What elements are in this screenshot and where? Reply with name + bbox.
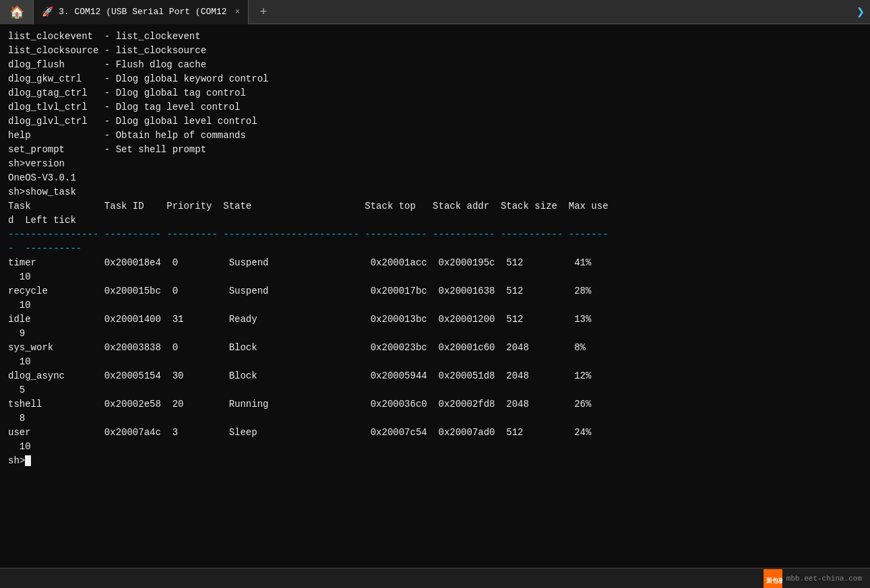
terminal-line: d Left tick [8,214,862,228]
home-tab[interactable]: 🏠 [0,0,34,24]
new-tab-button[interactable]: + [251,0,276,24]
terminal-line: - ---------- [8,242,862,256]
terminal-line: help - Obtain help of commands [8,129,862,143]
bottom-logo: 面包板 mbb.eet-china.com [764,569,862,588]
terminal-line: dlog_flush - Flush dlog cache [8,58,862,72]
terminal-line: tshell 0x20002e58 20 Running 0x200036c0 … [8,397,862,412]
terminal-line: sh>version [8,157,862,171]
terminal-line: dlog_gkw_ctrl - Dlog global keyword cont… [8,72,862,86]
tab-label: 3. COM12 (USB Serial Port (COM12 [59,7,227,17]
terminal-line: 10 [8,270,862,284]
terminal-line: recycle 0x200015bc 0 Suspend 0x200017bc … [8,284,862,298]
terminal-line: 10 [8,298,862,313]
tab-close-button[interactable]: × [235,7,240,17]
terminal-line: sh> [8,454,862,468]
terminal-line: idle 0x20001400 31 Ready 0x200013bc 0x20… [8,313,862,327]
terminal-output[interactable]: list_clockevent - list_clockeventlist_cl… [0,24,870,568]
terminal-line: dlog_tlvl_ctrl - Dlog tag level control [8,100,862,115]
terminal-line: list_clockevent - list_clockevent [8,30,862,44]
terminal-line: ---------------- ---------- --------- --… [8,228,862,242]
active-tab[interactable]: 🚀 3. COM12 (USB Serial Port (COM12 × [34,0,249,24]
terminal-line: 10 [8,355,862,369]
terminal-line: 10 [8,440,862,454]
terminal-line: timer 0x200018e4 0 Suspend 0x20001acc 0x… [8,256,862,270]
tab-rocket-icon: 🚀 [42,6,53,18]
terminal-line: 9 [8,327,862,341]
terminal-line: 8 [8,412,862,426]
home-icon: 🏠 [9,5,24,20]
svg-text:面包板: 面包板 [766,577,782,584]
logo-text: mbb.eet-china.com [786,575,862,583]
terminal-line: sys_work 0x20003838 0 Block 0x200023bc 0… [8,341,862,355]
terminal-line: sh>show_task [8,185,862,199]
terminal-line: dlog_glvl_ctrl - Dlog global level contr… [8,115,862,129]
terminal-line: set_prompt - Set shell prompt [8,143,862,157]
terminal-line: user 0x20007a4c 3 Sleep 0x20007c54 0x200… [8,426,862,440]
tab-bar-right-arrow[interactable]: ❯ [857,3,870,20]
terminal-line: dlog_async 0x20005154 30 Block 0x2000594… [8,369,862,383]
terminal-line: dlog_gtag_ctrl - Dlog global tag control [8,86,862,100]
terminal-line: 5 [8,383,862,397]
terminal-line: list_clocksource - list_clocksource [8,44,862,58]
logo-icon: 面包板 [764,569,782,588]
tab-bar: 🏠 🚀 3. COM12 (USB Serial Port (COM12 × +… [0,0,870,24]
terminal-line: OneOS-V3.0.1 [8,171,862,185]
terminal-line: Task Task ID Priority State Stack top St… [8,199,862,214]
bottom-bar: 面包板 mbb.eet-china.com [0,568,870,588]
